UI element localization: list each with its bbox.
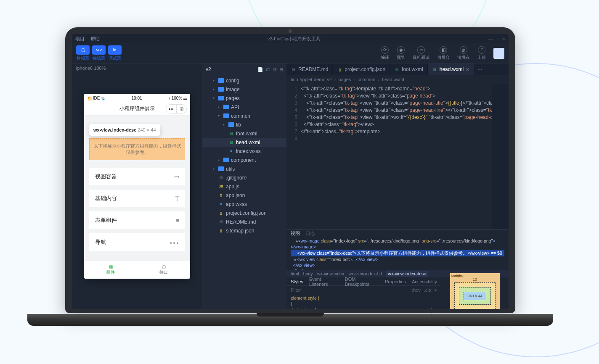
- status-time: 10:01: [132, 96, 142, 100]
- preview-button[interactable]: ◉预览: [397, 46, 405, 61]
- dom-crumb[interactable]: html: [291, 271, 299, 276]
- file-node[interactable]: ▤README.md: [202, 217, 286, 226]
- compile-icon: ⟳: [381, 46, 389, 54]
- file-node[interactable]: {}project.config.json: [202, 208, 286, 217]
- status-bar: 📶 IDE 📡 10:01 ᚼ 100% ▬: [84, 94, 190, 102]
- folder-node[interactable]: ▾common: [202, 111, 286, 120]
- laptop-notch: [257, 313, 324, 317]
- avatar[interactable]: [493, 48, 504, 59]
- editor-tabs: ▤README.md{}project.config.json▤foot.wxm…: [286, 63, 509, 75]
- devtools-tab-view[interactable]: 视图: [291, 230, 300, 237]
- folder-icon: [218, 96, 224, 100]
- folder-icon: [223, 113, 229, 118]
- laptop-frame: 项目 帮助 v2-FinClip小程序开发工具 — □ ✕ ▢模拟器 </>编辑…: [65, 27, 515, 326]
- menu-project[interactable]: 项目: [75, 36, 85, 42]
- toggle-debugger[interactable]: ⫸调试器: [108, 45, 122, 61]
- minimize-icon[interactable]: —: [488, 37, 493, 41]
- editor-tab[interactable]: ▤head.wxml✕: [428, 63, 474, 75]
- new-folder-icon[interactable]: 🗀: [266, 67, 270, 72]
- editor-column: ▤README.md{}project.config.json▤foot.wxm…: [286, 63, 509, 309]
- code-editor[interactable]: 12345678 <"tk-attr">class="tk-tag">templ…: [286, 84, 509, 229]
- upload-button[interactable]: ⤴上传: [477, 46, 486, 61]
- hov-toggle[interactable]: :hov: [412, 288, 421, 293]
- toolbar: ▢模拟器 </>编辑器 ⫸调试器 ⟳编译 ◉预览 ▭真机调试 ◧切后台 🗑清缓存…: [72, 43, 509, 63]
- minimap[interactable]: [492, 84, 509, 229]
- clear-cache-button[interactable]: 🗑清缓存: [457, 46, 470, 61]
- devtools-subtab[interactable]: Accessibility: [412, 279, 437, 284]
- breadcrumb: fino-applet-demo-v2›pages›common›head.wx…: [286, 75, 509, 84]
- wxml-icon: ▤: [228, 131, 234, 136]
- close-tab-icon[interactable]: ✕: [466, 67, 469, 72]
- app-window: 项目 帮助 v2-FinClip小程序开发工具 — □ ✕ ▢模拟器 </>编辑…: [72, 34, 509, 309]
- devtools-subtab[interactable]: Event Listeners: [309, 277, 339, 287]
- phone-icon: ▭: [417, 46, 425, 54]
- devtools-subtab[interactable]: DOM Breakpoints: [345, 277, 379, 287]
- tabs-overflow[interactable]: ⋯: [474, 63, 486, 75]
- capsule-menu[interactable]: •••◎: [166, 104, 187, 113]
- maximize-icon[interactable]: □: [496, 37, 498, 41]
- file-node[interactable]: {}sitemap.json: [202, 226, 286, 235]
- toggle-editor[interactable]: </>编辑器: [92, 45, 106, 61]
- devtools-subtab[interactable]: Properties: [385, 279, 406, 284]
- folder-node[interactable]: ▸image: [202, 85, 286, 94]
- file-node[interactable]: #index.wxss: [202, 147, 286, 156]
- dom-crumb[interactable]: wx-view.index: [317, 271, 345, 276]
- device-label[interactable]: iphone6 100%: [72, 63, 202, 73]
- editor-tab[interactable]: ▤README.md: [286, 63, 333, 75]
- phone-preview: 📶 IDE 📡 10:01 ᚼ 100% ▬ 小程序组件展示 •••◎ wx-: [84, 94, 190, 279]
- folder-node[interactable]: ▸config: [202, 76, 286, 85]
- remote-debug-button[interactable]: ▭真机调试: [413, 46, 429, 61]
- dom-crumb[interactable]: wx-view.index-hd: [348, 271, 382, 276]
- refresh-icon[interactable]: ⟳: [273, 67, 277, 72]
- collapse-icon[interactable]: ⊟: [279, 67, 283, 72]
- styles-pane[interactable]: element.style { } <style>.index-desc { m…: [286, 294, 441, 309]
- dom-crumb[interactable]: wx-view.index-desc: [386, 271, 427, 277]
- folder-node[interactable]: ▸API: [202, 103, 286, 111]
- file-node[interactable]: ▤.gitignore: [202, 173, 286, 182]
- menu-help[interactable]: 帮助: [90, 36, 100, 42]
- dom-tree[interactable]: ▸<wx-image class="index-logo" src="../re…: [286, 237, 509, 270]
- list-item[interactable]: 表单组件≡: [89, 211, 185, 229]
- dom-crumb[interactable]: body: [303, 271, 313, 276]
- trash-icon: 🗑: [460, 46, 467, 54]
- folder-node[interactable]: ▸utils: [202, 164, 286, 173]
- devtools-panel: 视图 日志 ▸<wx-image class="index-logo" src=…: [286, 229, 509, 309]
- close-icon[interactable]: ✕: [502, 37, 505, 41]
- toggle-simulator[interactable]: ▢模拟器: [76, 45, 90, 61]
- folder-icon: [218, 87, 224, 92]
- folder-node[interactable]: ▸component: [202, 156, 286, 164]
- api-icon: ▢: [162, 264, 166, 269]
- tab-component[interactable]: ▦组件: [84, 261, 137, 279]
- editor-tab[interactable]: {}project.config.json: [333, 63, 390, 75]
- new-rule-button[interactable]: +: [435, 288, 437, 293]
- file-node[interactable]: ▤head.wxml: [202, 138, 286, 147]
- devtools-subtab[interactable]: Styles: [291, 279, 303, 284]
- compile-button[interactable]: ⟳编译: [381, 46, 389, 61]
- json-icon: {}: [218, 211, 224, 215]
- dom-selected-node[interactable]: <wx-view class="index-desc">以下将展示小程序官方组件…: [291, 250, 504, 256]
- styles-filter-input[interactable]: Filter: [291, 288, 301, 293]
- folder-icon: [223, 158, 229, 162]
- tab-api[interactable]: ▢接口: [137, 261, 190, 279]
- file-node[interactable]: {}app.json: [202, 191, 286, 200]
- list-item[interactable]: 基础内容𝕋: [89, 190, 185, 207]
- list-item[interactable]: 视图容器▭: [89, 168, 185, 185]
- breadcrumb-segment[interactable]: pages: [339, 77, 351, 82]
- file-node[interactable]: ▤foot.wxml: [202, 129, 286, 138]
- devtools-top-tabs: 视图 日志: [286, 229, 509, 237]
- file-node[interactable]: JSapp.js: [202, 182, 286, 191]
- folder-node[interactable]: ▸lib: [202, 120, 286, 129]
- breadcrumb-segment[interactable]: head.wxml: [382, 77, 404, 82]
- editor-tab[interactable]: ▤foot.wxml: [390, 63, 428, 75]
- new-file-icon[interactable]: 📄: [257, 67, 263, 72]
- breadcrumb-segment[interactable]: fino-applet-demo-v2: [291, 77, 332, 82]
- list-item[interactable]: 导航∘∘∘: [89, 233, 185, 251]
- file-node[interactable]: #app.wxss: [202, 200, 286, 208]
- background-button[interactable]: ◧切后台: [437, 46, 450, 61]
- cls-toggle[interactable]: .cls: [424, 288, 431, 293]
- folder-node[interactable]: ▾pages: [202, 94, 286, 103]
- breadcrumb-segment[interactable]: common: [358, 77, 375, 82]
- item-icon: 𝕋: [175, 195, 179, 202]
- devtools-tab-console[interactable]: 日志: [306, 230, 315, 237]
- wxml-icon: ▤: [432, 67, 437, 72]
